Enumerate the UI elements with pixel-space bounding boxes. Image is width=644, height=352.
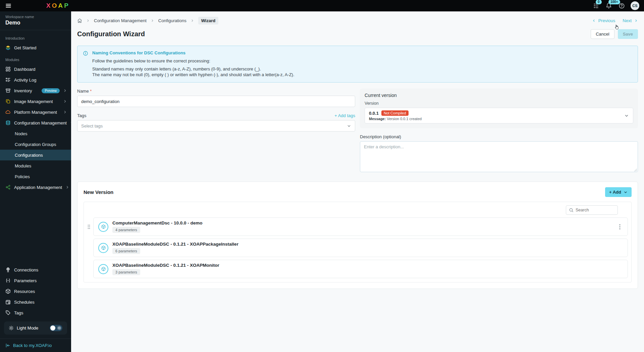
breadcrumb-configuration-management[interactable]: Configuration Management <box>94 18 147 23</box>
tags-placeholder: Select tags <box>81 123 347 129</box>
module-row: XOAPBaselineModuleDSC - 0.1.21 - XOAPMon… <box>87 260 628 278</box>
module-name: XOAPBaselineModuleDSC - 0.1.21 - XOAPMon… <box>112 263 623 268</box>
module-card[interactable]: XOAPBaselineModuleDSC - 0.1.21 - XOAPMon… <box>93 260 628 278</box>
chevron-left-icon <box>592 19 596 22</box>
module-params-badge: 6 parameters <box>112 248 140 254</box>
sidebar-item-application-management[interactable]: Application Management <box>0 182 71 193</box>
module-cube-icon <box>98 222 108 232</box>
name-label: Name * <box>77 89 355 94</box>
wizard-step-nav: Previous Next <box>592 18 638 23</box>
add-tags-button[interactable]: + Add tags <box>334 113 355 118</box>
name-input[interactable] <box>77 96 355 107</box>
globe-icon <box>5 267 11 272</box>
module-list: ComputerManagementDsc - 10.0.0 - demo 4 … <box>84 202 632 283</box>
infobox-line3: The name may not be null (0), empty ( ) … <box>92 72 294 77</box>
chevron-right-icon <box>63 99 67 103</box>
breadcrumb-separator-icon <box>191 19 194 22</box>
chevron-down-icon <box>624 113 629 118</box>
naming-conventions-infobox: Naming Conventions for DSC Configuration… <box>77 46 638 83</box>
tags-select[interactable]: Select tags <box>77 120 355 132</box>
new-version-title: New Version <box>84 189 113 195</box>
sun-icon <box>9 325 14 331</box>
version-number: 0.0.1 <box>369 111 379 116</box>
chevron-right-icon <box>63 110 67 114</box>
form-right-column: Current version Version 0.0.1 Not Compil… <box>360 89 638 173</box>
breadcrumb-separator-icon <box>86 19 90 22</box>
sidebar-item-tags[interactable]: Tags <box>0 307 71 318</box>
info-icon <box>83 51 88 77</box>
sidebar-item-configuration-management[interactable]: Configuration Management <box>0 117 71 128</box>
back-to-xoap-link[interactable]: Back to my.XOAP.io <box>13 343 52 348</box>
chevron-right-icon <box>63 89 67 93</box>
images-icon <box>5 99 11 104</box>
sidebar-subitem-policies[interactable]: Policies <box>0 171 71 182</box>
breadcrumb-configurations[interactable]: Configurations <box>158 18 186 23</box>
sidebar-subitem-configuration-groups[interactable]: Configuration Groups <box>0 139 71 150</box>
not-compiled-badge: Not Compiled <box>381 110 409 116</box>
save-button[interactable]: Save <box>618 29 638 39</box>
sidebar-item-image-management[interactable]: Image Management <box>0 96 71 107</box>
preview-badge: Preview <box>42 88 60 93</box>
breadcrumb-wizard: Wizard <box>198 17 219 24</box>
sidebar-item-activity-log[interactable]: Activity Log <box>0 74 71 85</box>
sidebar-subitem-configurations[interactable]: Configurations <box>0 150 71 160</box>
version-message: Message: Version 0.0.1 created <box>369 117 624 121</box>
home-icon[interactable] <box>77 18 82 23</box>
stack-icon <box>5 120 11 125</box>
module-row: ComputerManagementDsc - 10.0.0 - demo 4 … <box>87 217 628 236</box>
search-input[interactable] <box>576 208 615 212</box>
previous-button[interactable]: Previous <box>598 18 615 23</box>
kebab-menu-icon[interactable] <box>617 224 623 230</box>
module-search[interactable] <box>566 205 618 215</box>
chevron-right-icon <box>634 19 638 22</box>
light-mode-toggle[interactable] <box>50 325 62 331</box>
sidebar-subitem-nodes[interactable]: Nodes <box>0 128 71 139</box>
module-cube-icon <box>98 243 108 253</box>
section-modules: Modules <box>0 53 71 64</box>
main-content: Configuration Management Configurations … <box>71 11 644 352</box>
calendar-icon <box>5 299 11 305</box>
user-avatar[interactable]: CS <box>631 1 639 10</box>
sidebar-subitem-modules[interactable]: Modules <box>0 160 71 171</box>
chevron-down-icon <box>624 190 628 194</box>
sidebar-item-parameters[interactable]: Parameters <box>0 275 71 286</box>
tasks-icon[interactable]: 0 <box>592 2 600 9</box>
workspace-block: Workspace name Demo <box>0 11 71 30</box>
sidebar-item-inventory[interactable]: Inventory Preview <box>0 85 71 96</box>
menu-icon[interactable] <box>5 2 12 9</box>
sidebar-item-dashboard[interactable]: Dashboard <box>0 64 71 74</box>
activity-log-icon <box>5 77 11 83</box>
tasks-badge: 0 <box>596 0 602 4</box>
form-left-column: Name * Tags + Add tags Select tags <box>77 89 355 173</box>
help-icon[interactable] <box>618 2 625 9</box>
cancel-button[interactable]: Cancel <box>591 29 614 39</box>
current-version-panel: Current version Version 0.0.1 Not Compil… <box>360 89 638 128</box>
exit-icon <box>5 343 10 348</box>
description-textarea[interactable] <box>360 141 638 172</box>
workspace-name: Demo <box>5 20 66 26</box>
module-card[interactable]: ComputerManagementDsc - 10.0.0 - demo 4 … <box>93 217 628 236</box>
workspace-label: Workspace name <box>5 15 66 19</box>
next-button[interactable]: Next <box>623 18 632 23</box>
cloud-icon <box>5 109 11 115</box>
drag-handle-icon[interactable] <box>87 224 91 230</box>
sidebar-item-schedules[interactable]: Schedules <box>0 297 71 307</box>
light-mode-row: Light Mode <box>4 321 67 335</box>
module-params-badge: 4 parameters <box>112 227 140 233</box>
module-card[interactable]: XOAPBaselineModuleDSC - 0.1.21 - XOAPPac… <box>93 239 628 257</box>
version-select[interactable]: 0.0.1 Not Compiled Message: Version 0.0.… <box>365 108 633 123</box>
breadcrumb: Configuration Management Configurations … <box>77 17 218 24</box>
sidebar-item-platform-management[interactable]: Platform Management <box>0 107 71 117</box>
breadcrumb-separator-icon <box>151 19 154 22</box>
parameters-icon <box>5 278 11 283</box>
module-name: ComputerManagementDsc - 10.0.0 - demo <box>112 220 613 225</box>
module-name: XOAPBaselineModuleDSC - 0.1.21 - XOAPPac… <box>112 242 623 247</box>
dashboard-icon <box>5 66 11 72</box>
search-icon <box>569 208 574 212</box>
sidebar-item-resources[interactable]: Resources <box>0 286 71 297</box>
add-module-button[interactable]: + Add <box>605 187 632 197</box>
sidebar-item-connections[interactable]: Connections <box>0 264 71 275</box>
sidebar-item-get-started[interactable]: Get Started <box>0 42 71 53</box>
description-label: Description (optional) <box>360 134 638 139</box>
notifications-bell-icon[interactable]: 100+ <box>605 2 612 9</box>
